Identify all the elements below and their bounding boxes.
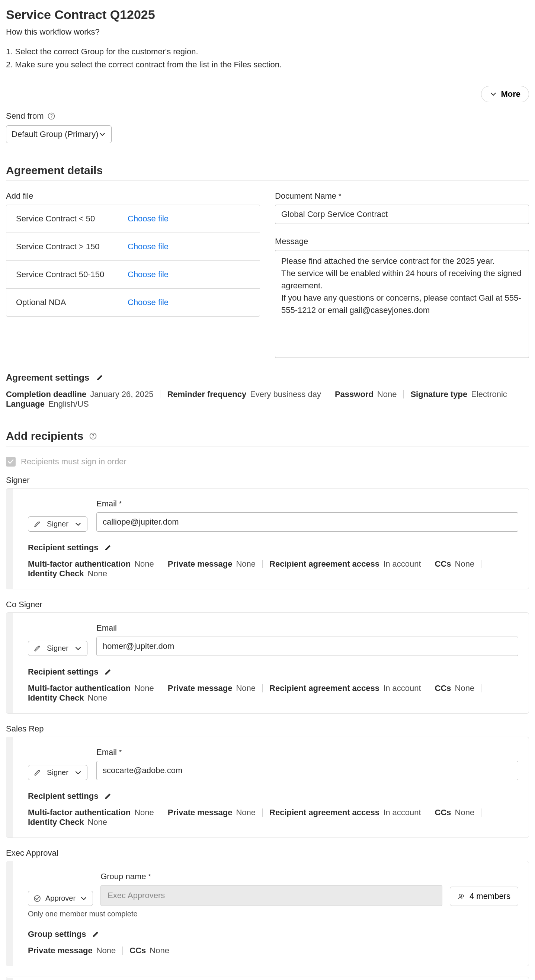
raa-value: In account bbox=[383, 684, 421, 693]
pencil-icon[interactable] bbox=[104, 544, 111, 551]
recipient-settings-line: Multi-factor authenticationNone Private … bbox=[28, 559, 518, 579]
divider bbox=[428, 808, 428, 817]
send-from-select[interactable]: Default Group (Primary) bbox=[6, 126, 111, 143]
file-table: Service Contract < 50 Choose file Servic… bbox=[6, 205, 260, 317]
message-textarea[interactable]: Please find attached the service contrac… bbox=[275, 250, 529, 358]
drag-handle[interactable] bbox=[6, 488, 13, 589]
pencil-icon[interactable] bbox=[92, 931, 99, 938]
deadline-key: Completion deadline bbox=[6, 390, 86, 399]
pencil-icon[interactable] bbox=[104, 668, 111, 676]
drag-handle[interactable] bbox=[6, 737, 13, 837]
divider bbox=[514, 390, 514, 398]
divider bbox=[161, 684, 161, 692]
mfa-key: Multi-factor authentication bbox=[28, 559, 131, 569]
help-icon[interactable] bbox=[48, 112, 55, 120]
mfa-key: Multi-factor authentication bbox=[28, 808, 131, 818]
divider bbox=[161, 560, 161, 568]
lang-value: English/US bbox=[48, 399, 89, 409]
chevron-down-icon bbox=[99, 130, 106, 138]
file-row: Service Contract < 50 Choose file bbox=[6, 205, 260, 233]
id-key: Identity Check bbox=[28, 818, 84, 827]
mfa-value: None bbox=[134, 559, 154, 569]
password-value: None bbox=[377, 390, 397, 399]
drag-handle[interactable] bbox=[6, 861, 13, 966]
pm-value: None bbox=[236, 808, 256, 818]
deadline-value: January 26, 2025 bbox=[90, 390, 153, 399]
sign-pen-icon bbox=[33, 520, 41, 528]
recipient-settings-line: Multi-factor authenticationNone Private … bbox=[28, 808, 518, 827]
email-input[interactable] bbox=[96, 512, 518, 532]
file-name: Service Contract 50-150 bbox=[16, 270, 127, 279]
sig-value: Electronic bbox=[471, 390, 507, 399]
doc-name-label: Document Name bbox=[275, 191, 336, 201]
email-label: Email bbox=[96, 748, 117, 757]
workflow-how: How this workflow works? bbox=[6, 27, 529, 37]
divider bbox=[262, 684, 263, 692]
help-icon[interactable] bbox=[89, 432, 97, 440]
choose-file-link[interactable]: Choose file bbox=[127, 270, 169, 279]
approve-icon bbox=[33, 895, 41, 902]
group-settings-line: Private messageNone CCsNone bbox=[28, 946, 518, 955]
role-select-signer[interactable]: Signer bbox=[28, 765, 88, 780]
doc-name-input[interactable] bbox=[275, 205, 529, 224]
divider bbox=[6, 180, 529, 181]
raa-key: Recipient agreement access bbox=[269, 808, 379, 818]
recipient-card-exec: Approver Group name * Exec Approvers bbox=[6, 861, 529, 966]
email-label: Email bbox=[96, 623, 117, 633]
password-key: Password bbox=[335, 390, 374, 399]
email-label: Email bbox=[96, 499, 117, 509]
sign-order-checkbox[interactable] bbox=[6, 457, 16, 466]
role-select-approver[interactable]: Approver bbox=[28, 891, 93, 906]
pencil-icon[interactable] bbox=[104, 792, 111, 800]
recipient-settings-heading: Recipient settings bbox=[28, 667, 98, 677]
more-button[interactable]: More bbox=[481, 86, 529, 102]
email-input[interactable] bbox=[96, 761, 518, 780]
choose-file-link[interactable]: Choose file bbox=[127, 214, 169, 224]
divider bbox=[481, 684, 481, 692]
divider bbox=[161, 808, 161, 817]
group-name-input[interactable]: Exec Approvers bbox=[100, 885, 443, 906]
divider bbox=[403, 390, 404, 398]
sign-pen-icon bbox=[33, 769, 41, 776]
role-value: Signer bbox=[47, 644, 68, 652]
raa-key: Recipient agreement access bbox=[269, 559, 379, 569]
pencil-icon[interactable] bbox=[96, 374, 103, 381]
recipient-title: Signer bbox=[6, 476, 529, 485]
role-select-signer[interactable]: Signer bbox=[28, 641, 88, 656]
choose-file-link[interactable]: Choose file bbox=[127, 298, 169, 307]
id-value: None bbox=[88, 569, 107, 579]
send-from-label: Send from bbox=[6, 111, 44, 121]
ccs-key: CCs bbox=[129, 946, 146, 955]
recipient-title: Sales Rep bbox=[6, 724, 529, 734]
workflow-steps: 1. Select the correct Group for the cust… bbox=[6, 45, 529, 71]
required-star: * bbox=[148, 873, 151, 881]
file-row: Optional NDA Choose file bbox=[6, 289, 260, 316]
email-input[interactable] bbox=[96, 636, 518, 656]
raa-value: In account bbox=[383, 559, 421, 569]
role-select-signer[interactable]: Signer bbox=[28, 516, 88, 532]
mfa-value: None bbox=[134, 684, 154, 693]
recipient-card: Signer Email Recipient settings bbox=[6, 612, 529, 714]
add-file-label: Add file bbox=[6, 191, 260, 201]
lang-key: Language bbox=[6, 399, 45, 409]
chevron-down-icon bbox=[75, 645, 82, 652]
agreement-details-heading: Agreement details bbox=[6, 164, 529, 177]
file-row: Service Contract 50-150 Choose file bbox=[6, 261, 260, 289]
required-star: * bbox=[339, 192, 341, 200]
drag-handle[interactable] bbox=[6, 613, 13, 713]
chevron-down-icon bbox=[80, 895, 88, 902]
recipient-settings-heading: Recipient settings bbox=[28, 791, 98, 801]
reminder-value: Every business day bbox=[250, 390, 321, 399]
chevron-down-icon bbox=[75, 769, 82, 776]
reminder-key: Reminder frequency bbox=[167, 390, 246, 399]
drag-handle[interactable] bbox=[6, 978, 13, 980]
divider bbox=[262, 560, 263, 568]
workflow-step-2: 2. Make sure you select the correct cont… bbox=[6, 58, 529, 71]
members-button[interactable]: 4 members bbox=[450, 887, 518, 906]
divider bbox=[481, 560, 481, 568]
choose-file-link[interactable]: Choose file bbox=[127, 242, 169, 251]
agreement-settings-heading: Agreement settings bbox=[6, 372, 89, 383]
members-icon bbox=[458, 892, 465, 900]
page-title: Service Contract Q12025 bbox=[6, 8, 529, 22]
sign-order-label: Recipients must sign in order bbox=[21, 457, 126, 466]
